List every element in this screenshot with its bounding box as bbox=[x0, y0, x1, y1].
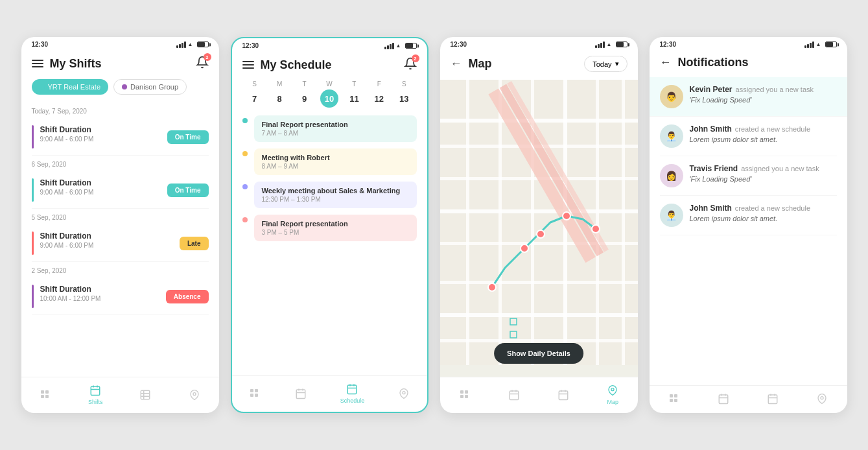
nav-schedule-label-2: Schedule bbox=[340, 397, 365, 404]
filter-danison[interactable]: Danison Group bbox=[113, 79, 187, 95]
map-svg bbox=[440, 80, 638, 365]
schedule-card-1: Meeting with Robert 8 AM – 9 AM bbox=[254, 148, 417, 175]
nav-grid-3[interactable] bbox=[458, 388, 471, 401]
svg-point-25 bbox=[403, 391, 405, 394]
date-label-1: 6 Sep, 2020 bbox=[32, 161, 209, 168]
shift-item-2[interactable]: Shift Duration 9:00 AM - 6:00 PM Late bbox=[32, 225, 209, 262]
bell-badge-1: 2 bbox=[204, 53, 211, 61]
nav-cal-4[interactable] bbox=[717, 392, 730, 405]
notif-item-0[interactable]: 👨 Kevin Peter assigned you a new task 'F… bbox=[650, 77, 847, 117]
day-col-0[interactable]: S 7 bbox=[246, 80, 264, 108]
nav-schedule-3[interactable] bbox=[557, 388, 570, 401]
nav-grid-4[interactable] bbox=[668, 392, 681, 405]
signal-icon-3 bbox=[595, 41, 605, 48]
pin-icon-4 bbox=[815, 392, 828, 405]
nav-schedule-4[interactable] bbox=[766, 392, 779, 405]
status-bar-3: 12:30 ▲ bbox=[440, 37, 638, 51]
notif-name-3: John Smith bbox=[690, 204, 732, 213]
shift-item-3[interactable]: Shift Duration 10:00 AM - 12:00 PM Absen… bbox=[32, 278, 209, 315]
bottom-nav-3: Map bbox=[440, 377, 638, 413]
nav-pin-1[interactable] bbox=[188, 388, 201, 401]
svg-rect-69 bbox=[719, 395, 728, 404]
bell-icon-2[interactable]: 2 bbox=[404, 57, 417, 73]
svg-rect-35 bbox=[466, 80, 469, 365]
nav-shifts-label-1: Shifts bbox=[88, 399, 103, 405]
day-col-5[interactable]: F 12 bbox=[370, 80, 388, 108]
svg-rect-0 bbox=[41, 390, 44, 394]
day-letter-3: W bbox=[326, 80, 332, 88]
day-col-2[interactable]: T 9 bbox=[296, 80, 314, 108]
wifi-icon-3: ▲ bbox=[607, 41, 612, 47]
shift-name-0: Shift Duration bbox=[40, 125, 94, 134]
day-col-4[interactable]: T 11 bbox=[345, 80, 363, 108]
event-title-2: Weekly meeting about Sales & Marketing bbox=[262, 187, 409, 195]
notifications-list: 👨 Kevin Peter assigned you a new task 'F… bbox=[650, 77, 847, 385]
nav-schedule-2[interactable]: Schedule bbox=[340, 383, 365, 404]
status-icons-2: ▲ bbox=[384, 43, 417, 49]
dot-line-1 bbox=[242, 148, 248, 175]
day-col-6[interactable]: S 13 bbox=[395, 80, 413, 108]
nav-chart-1[interactable] bbox=[139, 388, 152, 401]
notif-header-0: Kevin Peter assigned you a new task bbox=[690, 85, 837, 94]
header-left-4: ← Notifications bbox=[660, 56, 749, 69]
shift-item-0[interactable]: Shift Duration 9:00 AM - 6:00 PM On Time bbox=[32, 119, 209, 156]
show-details-button[interactable]: Show Daily Details bbox=[494, 343, 583, 364]
dot-0 bbox=[242, 118, 248, 123]
status-icons-4: ▲ bbox=[804, 41, 837, 48]
nav-cal-3[interactable] bbox=[508, 388, 521, 401]
day-num-5: 12 bbox=[370, 89, 388, 108]
week-days: S 7 M 8 T 9 W 10 T 11 bbox=[242, 80, 417, 108]
shift-item-1[interactable]: Shift Duration 9:00 AM - 6:00 PM On Time bbox=[32, 172, 209, 209]
avatar-2: 👩 bbox=[660, 164, 683, 187]
menu-icon-1[interactable] bbox=[32, 60, 43, 67]
shift-bar-3 bbox=[32, 285, 34, 308]
svg-rect-40 bbox=[622, 80, 625, 365]
day-col-3[interactable]: W 10 bbox=[320, 80, 338, 108]
svg-rect-4 bbox=[91, 386, 100, 396]
nav-pin-2[interactable] bbox=[397, 387, 410, 400]
schedule-item-0[interactable]: Final Report presentation 7 AM – 8 AM bbox=[242, 115, 417, 142]
shift-left-0: Shift Duration 9:00 AM - 6:00 PM bbox=[32, 125, 94, 148]
nav-map-3[interactable]: Map bbox=[606, 384, 619, 405]
nav-grid-2[interactable] bbox=[248, 387, 261, 400]
today-button[interactable]: Today ▾ bbox=[584, 56, 627, 72]
map-container[interactable]: Show Daily Details bbox=[440, 80, 638, 377]
schedule-item-1[interactable]: Meeting with Robert 8 AM – 9 AM bbox=[242, 148, 417, 175]
day-col-1[interactable]: M 8 bbox=[270, 80, 288, 108]
back-button-4[interactable]: ← bbox=[660, 56, 672, 69]
nav-pin-4[interactable] bbox=[815, 392, 828, 405]
schedule-item-3[interactable]: Final Report presentation 3 PM – 5 PM bbox=[242, 215, 417, 241]
schedule-item-2[interactable]: Weekly meeting about Sales & Marketing 1… bbox=[242, 182, 417, 208]
shift-left-3: Shift Duration 10:00 AM - 12:00 PM bbox=[32, 285, 101, 308]
back-button[interactable]: ← bbox=[451, 57, 462, 71]
svg-rect-39 bbox=[596, 80, 599, 365]
status-bar-4: 12:30 ▲ bbox=[650, 37, 847, 51]
dot-line-2 bbox=[242, 182, 248, 208]
nav-shifts-1[interactable]: Shifts bbox=[88, 384, 103, 405]
svg-rect-31 bbox=[440, 242, 638, 245]
nav-grid-1[interactable] bbox=[39, 388, 52, 401]
svg-rect-14 bbox=[255, 389, 258, 392]
notif-msg-1: Lorem ipsum dolor sit amet. bbox=[690, 136, 837, 143]
status-time-1: 12:30 bbox=[32, 41, 49, 48]
dot-1 bbox=[242, 151, 248, 156]
notif-item-3[interactable]: 👨‍💼 John Smith created a new schedule Lo… bbox=[660, 196, 837, 235]
svg-point-48 bbox=[592, 225, 600, 233]
notif-item-2[interactable]: 👩 Travis Friend assigned you a new task … bbox=[660, 156, 837, 196]
svg-rect-36 bbox=[499, 80, 502, 365]
wifi-icon-1: ▲ bbox=[188, 41, 193, 47]
svg-rect-53 bbox=[465, 390, 468, 394]
nav-cal-2[interactable] bbox=[294, 387, 307, 400]
schedule-icon-4 bbox=[766, 392, 779, 405]
notif-content-2: Travis Friend assigned you a new task 'F… bbox=[690, 164, 837, 187]
filter-yrt[interactable]: YRT Real Estate bbox=[32, 79, 109, 95]
shift-info-2: Shift Duration 9:00 AM - 6:00 PM bbox=[40, 231, 94, 255]
svg-rect-54 bbox=[460, 395, 463, 398]
bell-icon-1[interactable]: 2 bbox=[196, 56, 209, 71]
notif-item-1[interactable]: 👨‍💼 John Smith created a new schedule Lo… bbox=[660, 117, 837, 156]
svg-rect-27 bbox=[440, 119, 638, 123]
battery-icon-2 bbox=[405, 43, 417, 49]
notif-header-1: John Smith created a new schedule bbox=[690, 124, 837, 134]
menu-icon-2[interactable] bbox=[242, 61, 254, 69]
event-time-1: 8 AM – 9 AM bbox=[262, 163, 409, 170]
